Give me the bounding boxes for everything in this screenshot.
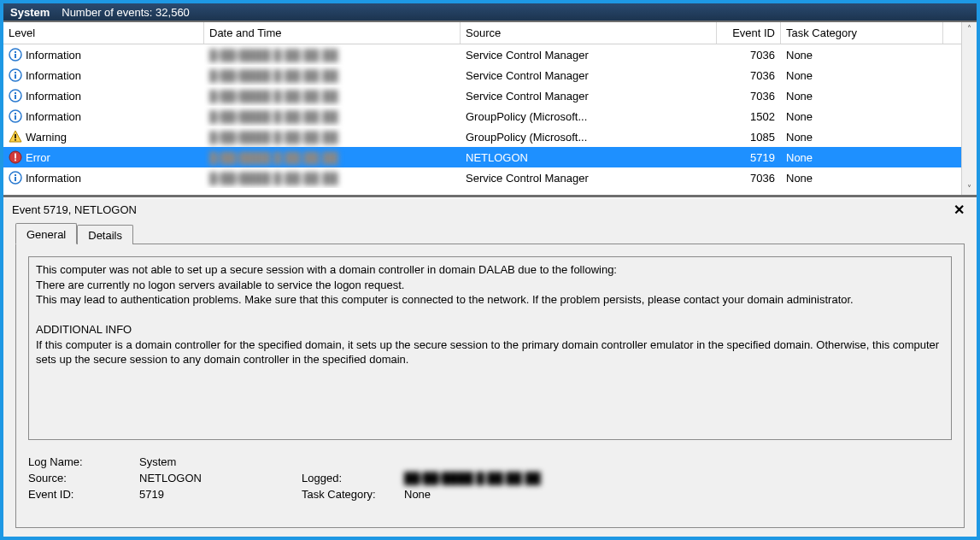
cell-source: Service Control Manager xyxy=(461,167,717,188)
event-properties: Log Name: System Source: NETLOGON Logged… xyxy=(28,455,952,501)
prop-source-key: Source: xyxy=(28,472,139,484)
cell-level: Information xyxy=(26,69,81,82)
table-row[interactable]: Information█/██/████ █:██:██ ██GroupPoli… xyxy=(3,106,961,126)
prop-logname-value: System xyxy=(139,455,302,468)
svg-rect-1 xyxy=(15,54,16,58)
svg-rect-2 xyxy=(15,51,16,53)
detail-pane: Event 5719, NETLOGON ✕ General Details T… xyxy=(3,197,977,537)
event-description[interactable]: This computer was not able to set up a s… xyxy=(28,256,952,440)
error-icon xyxy=(9,150,22,164)
cell-source: Service Control Manager xyxy=(461,65,717,85)
svg-rect-10 xyxy=(15,115,16,120)
cell-task: None xyxy=(781,65,943,85)
col-header-level[interactable]: Level xyxy=(3,22,204,44)
cell-source: GroupPolicy (Microsoft... xyxy=(461,126,717,147)
scroll-down-icon[interactable]: ˅ xyxy=(967,182,971,195)
cell-event-id: 5719 xyxy=(717,147,781,167)
cell-source: Service Control Manager xyxy=(461,44,717,65)
cell-level: Warning xyxy=(26,131,67,144)
info-icon xyxy=(9,109,22,123)
svg-rect-4 xyxy=(15,74,16,79)
general-panel: This computer was not able to set up a s… xyxy=(15,244,965,528)
tab-general[interactable]: General xyxy=(15,223,77,244)
cell-task: None xyxy=(781,44,943,65)
cell-event-id: 7036 xyxy=(717,65,781,85)
prop-eventid-value: 5719 xyxy=(139,488,302,501)
cell-source: GroupPolicy (Microsoft... xyxy=(461,106,717,126)
cell-task: None xyxy=(781,126,943,147)
warning-icon xyxy=(9,130,22,144)
event-viewer-window: System Number of events: 32,560 Level Da… xyxy=(0,0,980,540)
cell-event-id: 7036 xyxy=(717,44,781,65)
svg-rect-19 xyxy=(15,177,16,181)
svg-rect-20 xyxy=(15,174,16,176)
table-row[interactable]: Error█/██/████ █:██:██ ██NETLOGON5719Non… xyxy=(3,147,961,167)
cell-event-id: 7036 xyxy=(717,167,781,188)
cell-level: Information xyxy=(26,49,81,62)
close-icon[interactable]: ✕ xyxy=(950,202,968,218)
table-row[interactable]: Information█/██/████ █:██:██ ██Service C… xyxy=(3,65,961,85)
prop-task-key: Task Category: xyxy=(302,488,404,501)
info-icon xyxy=(9,48,22,62)
cell-task: None xyxy=(781,167,943,188)
info-icon xyxy=(9,171,22,185)
svg-rect-11 xyxy=(15,113,16,114)
col-header-date[interactable]: Date and Time xyxy=(204,22,461,44)
cell-task: None xyxy=(781,106,943,126)
table-row[interactable]: Information█/██/████ █:██:██ ██Service C… xyxy=(3,85,961,106)
svg-rect-5 xyxy=(15,72,16,73)
prop-logged-key: Logged: xyxy=(302,472,404,484)
svg-rect-7 xyxy=(15,95,16,99)
log-name: System xyxy=(10,6,50,19)
tab-details[interactable]: Details xyxy=(77,225,133,244)
event-rows[interactable]: Information█/██/████ █:██:██ ██Service C… xyxy=(3,44,961,195)
col-header-eventid[interactable]: Event ID xyxy=(717,22,781,44)
cell-event-id: 1502 xyxy=(717,106,781,126)
cell-source: NETLOGON xyxy=(461,147,717,167)
column-headers[interactable]: Level Date and Time Source Event ID Task… xyxy=(3,22,961,44)
col-header-task[interactable]: Task Category xyxy=(781,22,943,44)
info-icon xyxy=(9,68,22,82)
svg-rect-17 xyxy=(15,160,16,161)
prop-task-value: None xyxy=(404,488,952,501)
cell-date: █/██/████ █:██:██ ██ xyxy=(209,172,338,185)
cell-date: █/██/████ █:██:██ ██ xyxy=(209,131,338,144)
cell-event-id: 7036 xyxy=(717,85,781,106)
table-row[interactable]: Warning█/██/████ █:██:██ ██GroupPolicy (… xyxy=(3,126,961,147)
col-header-source[interactable]: Source xyxy=(461,22,717,44)
event-list: Level Date and Time Source Event ID Task… xyxy=(3,22,977,197)
event-count: Number of events: 32,560 xyxy=(62,6,190,19)
cell-level: Information xyxy=(26,110,81,123)
cell-task: None xyxy=(781,147,943,167)
svg-rect-8 xyxy=(15,92,16,94)
detail-title: Event 5719, NETLOGON xyxy=(12,203,137,216)
prop-logname-key: Log Name: xyxy=(28,455,139,468)
titlebar: System Number of events: 32,560 xyxy=(3,3,977,22)
cell-source: Service Control Manager xyxy=(461,85,717,106)
cell-date: █/██/████ █:██:██ ██ xyxy=(209,151,338,164)
svg-rect-16 xyxy=(15,154,16,159)
cell-level: Information xyxy=(26,172,81,185)
cell-date: █/██/████ █:██:██ ██ xyxy=(209,49,338,62)
prop-source-value: NETLOGON xyxy=(139,472,302,484)
cell-level: Information xyxy=(26,90,81,103)
scroll-up-icon[interactable]: ˄ xyxy=(967,22,971,35)
svg-rect-13 xyxy=(15,134,16,138)
tab-strip: General Details xyxy=(3,220,977,244)
prop-eventid-key: Event ID: xyxy=(28,488,139,501)
cell-task: None xyxy=(781,85,943,106)
prop-logged-value: ██/██/████ █:██:██ ██ xyxy=(404,472,952,484)
info-icon xyxy=(9,89,22,103)
svg-rect-14 xyxy=(15,139,16,141)
scrollbar[interactable]: ˄ ˅ xyxy=(961,22,977,195)
cell-event-id: 1085 xyxy=(717,126,781,147)
table-row[interactable]: Information█/██/████ █:██:██ ██Service C… xyxy=(3,44,961,65)
table-row[interactable]: Information█/██/████ █:██:██ ██Service C… xyxy=(3,167,961,188)
cell-date: █/██/████ █:██:██ ██ xyxy=(209,69,338,82)
cell-level: Error xyxy=(26,151,50,164)
cell-date: █/██/████ █:██:██ ██ xyxy=(209,90,338,103)
cell-date: █/██/████ █:██:██ ██ xyxy=(209,110,338,123)
